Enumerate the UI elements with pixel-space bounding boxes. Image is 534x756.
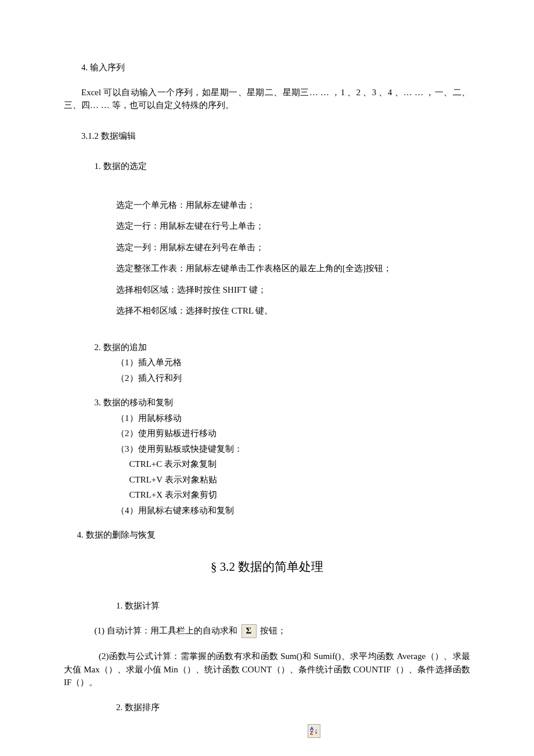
heading-32-1: 1. 数据计算 bbox=[64, 599, 470, 613]
autosum-icon: Σ bbox=[241, 624, 257, 638]
list-item: （2）使用剪贴板进行移动 bbox=[64, 427, 470, 440]
heading-32-2: 2. 数据排序 bbox=[64, 701, 470, 714]
list-item: 选定整张工作表：用鼠标左键单击工作表格区的最左上角的[全选]按钮； bbox=[64, 262, 470, 275]
list-item: 选择不相邻区域：选择时按住 CTRL 键。 bbox=[64, 304, 470, 318]
heading-4: 4. 输入序列 bbox=[64, 61, 470, 74]
heading-312-4: 4. 数据的删除与恢复 bbox=[64, 528, 470, 542]
list-item: （2）插入行和列 bbox=[64, 372, 470, 385]
heading-312-3: 3. 数据的移动和复制 bbox=[64, 396, 470, 409]
heading-312: 3.1.2 数据编辑 bbox=[64, 129, 470, 143]
list-item: 选定一列：用鼠标左键在列号在单击； bbox=[64, 241, 470, 254]
text-prefix: (1) 自动计算：用工具栏上的自动求和 bbox=[95, 626, 237, 635]
list-item: 选择相邻区域：选择时按住 SHIFT 键； bbox=[64, 283, 470, 297]
paragraph-sequence: Excel 可以自动输入一个序列，如星期一、星期二、星期三… … ，1 、2 、… bbox=[64, 86, 470, 112]
list-item: CTRL+C 表示对象复制 bbox=[64, 458, 470, 471]
list-item: 选定一个单元格：用鼠标左键单击； bbox=[64, 199, 470, 212]
list-item: （1）用鼠标移动 bbox=[64, 412, 470, 425]
sort-ascending-icon: AZ↓ bbox=[308, 724, 320, 738]
list-item: （3）使用剪贴板或快捷键复制： bbox=[64, 442, 470, 456]
list-item: （4）用鼠标右键来移动和复制 bbox=[64, 504, 470, 517]
document-page: 4. 输入序列 Excel 可以自动输入一个序列，如星期一、星期二、星期三… …… bbox=[0, 0, 534, 756]
list-item: 选定一行：用鼠标左键在行号上单击； bbox=[64, 219, 470, 233]
list-item: （1）插入单元格 bbox=[64, 356, 470, 369]
heading-312-1: 1. 数据的选定 bbox=[64, 160, 470, 173]
paragraph-functions: (2)函数与公式计算：需掌握的函数有求和函数 Sum()和 Sumif()、求平… bbox=[64, 650, 470, 689]
list-item: CTRL+X 表示对象剪切 bbox=[64, 488, 470, 502]
list-item: CTRL+V 表示对象粘贴 bbox=[64, 473, 470, 487]
paragraph-autocalc: (1) 自动计算：用工具栏上的自动求和 Σ 按钮； bbox=[64, 624, 470, 639]
section-title-32: § 3.2 数据的简单处理 bbox=[64, 558, 470, 577]
text-suffix: 按钮； bbox=[260, 626, 286, 635]
heading-312-2: 2. 数据的追加 bbox=[64, 341, 470, 354]
